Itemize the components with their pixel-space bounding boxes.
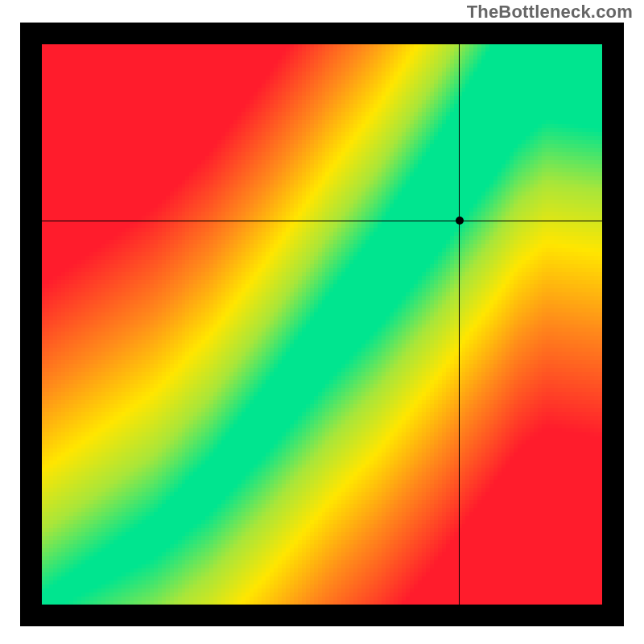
watermark-text: TheBottleneck.com [467, 2, 633, 23]
plot-frame [20, 23, 624, 626]
heatmap-canvas [42, 44, 602, 605]
selection-marker [456, 217, 464, 225]
crosshair-vertical [459, 44, 460, 605]
crosshair-horizontal [42, 221, 602, 221]
chart-stage: TheBottleneck.com [0, 0, 644, 644]
